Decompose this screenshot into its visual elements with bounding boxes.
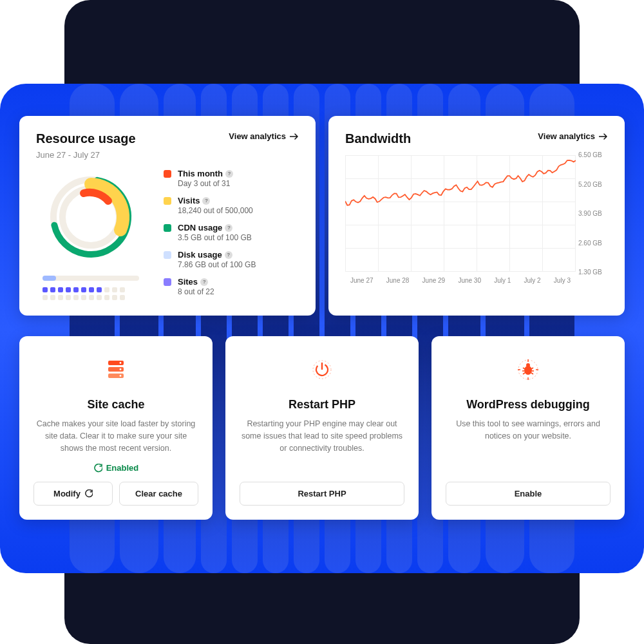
power-icon xyxy=(309,355,335,384)
legend-sub: 18,240 out of 500,000 xyxy=(178,206,253,215)
svg-line-23 xyxy=(523,373,525,374)
legend-swatch xyxy=(164,224,171,232)
legend-label: Disk usage? xyxy=(178,250,232,260)
cache-desc: Cache makes your site load faster by sto… xyxy=(33,418,198,454)
bandwidth-card: Bandwidth View analytics xyxy=(328,116,625,316)
bug-icon xyxy=(515,355,541,384)
help-icon[interactable]: ? xyxy=(200,278,208,286)
php-desc: Restarting your PHP engine may clear out… xyxy=(240,418,404,454)
cache-title: Site cache xyxy=(87,398,144,412)
legend-sub: 3.5 GB out of 100 GB xyxy=(178,233,252,242)
legend-item: Visits?18,240 out of 500,000 xyxy=(164,196,256,215)
resource-title: Resource usage xyxy=(36,131,136,146)
svg-point-18 xyxy=(526,363,530,367)
legend-item: Sites?8 out of 22 xyxy=(164,277,256,296)
arrow-right-icon xyxy=(599,133,608,140)
wp-debug-card: WordPress debugging Use this tool to see… xyxy=(431,336,625,520)
svg-point-17 xyxy=(524,366,532,375)
legend-swatch xyxy=(164,197,171,205)
debug-title: WordPress debugging xyxy=(466,398,590,412)
bandwidth-view-analytics-link[interactable]: View analytics xyxy=(538,131,608,141)
php-title: Restart PHP xyxy=(289,398,355,412)
legend-swatch xyxy=(164,278,171,286)
svg-point-7 xyxy=(120,368,122,370)
cache-status: Enabled xyxy=(93,463,139,473)
help-icon[interactable]: ? xyxy=(225,170,233,178)
resource-usage-card: Resource usage June 27 - July 27 View an… xyxy=(19,116,316,316)
legend-label: This month? xyxy=(178,169,233,178)
arrow-right-icon xyxy=(290,133,299,140)
legend-sub: 8 out of 22 xyxy=(178,287,214,296)
bandwidth-title: Bandwidth xyxy=(345,131,411,146)
help-icon[interactable]: ? xyxy=(202,197,210,205)
legend-label: CDN usage? xyxy=(178,223,232,232)
help-icon[interactable]: ? xyxy=(225,224,232,232)
help-icon[interactable]: ? xyxy=(225,251,232,259)
cache-clear-button[interactable]: Clear cache xyxy=(119,482,198,506)
cache-icon xyxy=(103,355,129,384)
legend-label: Visits? xyxy=(178,196,210,205)
legend-item: This month?Day 3 out of 31 xyxy=(164,169,256,188)
legend-item: Disk usage?7.86 GB out of 100 GB xyxy=(164,250,256,269)
refresh-icon xyxy=(84,489,93,498)
debug-desc: Use this tool to see warnings, errors an… xyxy=(446,418,611,442)
bandwidth-chart: 6.50 GB5.20 GB3.90 GB2.60 GB1.30 GB June… xyxy=(345,155,608,287)
resource-date-range: June 27 - July 27 xyxy=(36,150,136,160)
legend-swatch xyxy=(164,170,171,178)
svg-line-19 xyxy=(523,368,525,369)
svg-point-6 xyxy=(120,362,122,364)
legend-item: CDN usage?3.5 GB out of 100 GB xyxy=(164,223,256,242)
sites-dots xyxy=(43,287,139,300)
legend-sub: 7.86 GB out of 100 GB xyxy=(178,260,256,269)
restart-php-button[interactable]: Restart PHP xyxy=(240,482,404,506)
svg-point-8 xyxy=(120,375,122,377)
legend-sub: Day 3 out of 31 xyxy=(178,179,233,188)
legend-swatch xyxy=(164,251,171,259)
resource-view-analytics-link[interactable]: View analytics xyxy=(229,131,299,141)
restart-php-card: Restart PHP Restarting your PHP engine m… xyxy=(225,336,419,520)
debug-enable-button[interactable]: Enable xyxy=(446,482,611,506)
usage-gauge-icon xyxy=(43,169,139,265)
cache-modify-button[interactable]: Modify xyxy=(33,482,113,506)
site-cache-card: Site cache Cache makes your site load fa… xyxy=(19,336,213,520)
svg-line-20 xyxy=(531,368,533,369)
legend-label: Sites? xyxy=(178,277,208,287)
svg-line-24 xyxy=(531,373,533,374)
disk-usage-bar xyxy=(43,276,139,281)
